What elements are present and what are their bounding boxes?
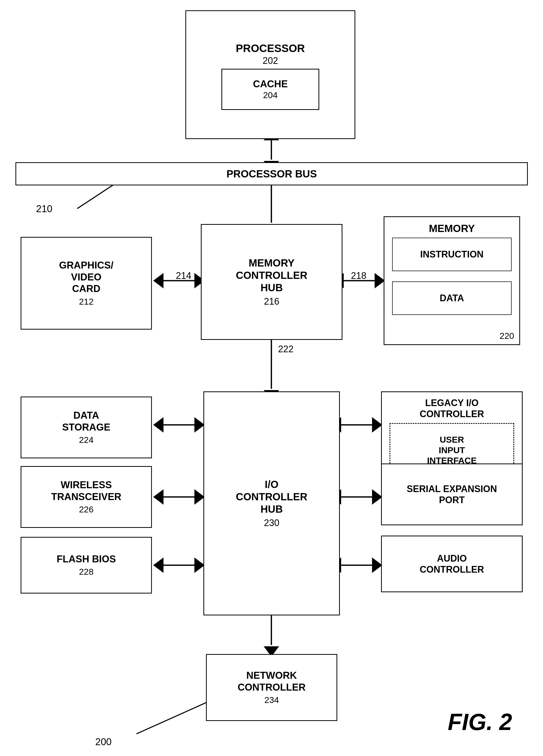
label-218: 218 bbox=[351, 270, 366, 281]
svg-marker-36 bbox=[372, 557, 382, 573]
memory-data-box: DATA bbox=[392, 281, 512, 315]
user-input-label: USERINPUTINTERFACE bbox=[427, 434, 477, 466]
label-222: 222 bbox=[278, 344, 294, 355]
label-200: 200 bbox=[95, 736, 111, 748]
svg-marker-33 bbox=[372, 489, 382, 505]
cache-number: 204 bbox=[263, 90, 278, 100]
mch-number: 216 bbox=[264, 296, 279, 307]
io-hub-label: I/OCONTROLLERHUB bbox=[236, 478, 307, 515]
serial-expansion-label: SERIAL EXPANSIONPORT bbox=[407, 483, 497, 505]
svg-marker-23 bbox=[153, 489, 163, 505]
wireless-label: WIRELESSTRANSCEIVER bbox=[51, 479, 121, 503]
svg-marker-24 bbox=[194, 489, 205, 505]
diagram: PROCESSOR 202 CACHE 204 PROCESSOR BUS 21… bbox=[0, 0, 543, 756]
network-controller-box: NETWORKCONTROLLER 234 bbox=[206, 654, 337, 721]
memory-number: 220 bbox=[499, 331, 514, 341]
io-hub-number: 230 bbox=[264, 517, 279, 528]
processor-bus-box: PROCESSOR BUS bbox=[15, 162, 528, 185]
flash-bios-number: 228 bbox=[79, 566, 94, 577]
processor-number: 202 bbox=[263, 55, 278, 66]
cache-label: CACHE bbox=[253, 78, 288, 90]
data-label: DATA bbox=[440, 293, 464, 304]
svg-marker-26 bbox=[153, 557, 163, 573]
audio-controller-label: AUDIOCONTROLLER bbox=[420, 553, 484, 575]
instruction-label: INSTRUCTION bbox=[420, 249, 484, 260]
wireless-transceiver-box: WIRELESSTRANSCEIVER 226 bbox=[21, 466, 152, 528]
flash-bios-label: FLASH BIOS bbox=[57, 553, 116, 565]
io-hub-box: I/OCONTROLLERHUB 230 bbox=[203, 391, 340, 615]
processor-bus-label: PROCESSOR BUS bbox=[226, 168, 317, 180]
svg-marker-30 bbox=[372, 417, 382, 433]
svg-marker-14 bbox=[153, 273, 163, 288]
graphics-number: 212 bbox=[79, 296, 94, 307]
network-controller-number: 234 bbox=[264, 695, 279, 705]
svg-marker-18 bbox=[375, 273, 385, 288]
legacy-io-label: LEGACY I/OCONTROLLER bbox=[420, 397, 484, 419]
svg-marker-27 bbox=[194, 557, 205, 573]
label-210: 210 bbox=[36, 203, 52, 214]
memory-outer-box: MEMORY INSTRUCTION DATA 220 bbox=[384, 216, 520, 345]
memory-instruction-box: INSTRUCTION bbox=[392, 238, 512, 271]
cache-box: CACHE 204 bbox=[221, 69, 319, 110]
memory-label: MEMORY bbox=[429, 222, 475, 235]
fig-label: FIG. 2 bbox=[448, 709, 512, 735]
svg-line-42 bbox=[136, 700, 211, 734]
mch-box: MEMORYCONTROLLERHUB 216 bbox=[201, 224, 342, 340]
wireless-number: 226 bbox=[79, 504, 94, 515]
processor-box: PROCESSOR 202 CACHE 204 bbox=[185, 10, 355, 139]
label-214: 214 bbox=[176, 270, 191, 281]
data-storage-number: 224 bbox=[79, 435, 94, 445]
flash-bios-box: FLASH BIOS 228 bbox=[21, 537, 152, 594]
audio-controller-box: AUDIOCONTROLLER bbox=[381, 536, 523, 592]
data-storage-box: DATASTORAGE 224 bbox=[21, 397, 152, 458]
svg-marker-20 bbox=[153, 417, 163, 433]
serial-expansion-box: SERIAL EXPANSIONPORT bbox=[381, 463, 523, 525]
graphics-video-box: GRAPHICS/VIDEOCARD 212 bbox=[21, 237, 152, 330]
processor-label: PROCESSOR bbox=[236, 42, 305, 55]
graphics-label: GRAPHICS/VIDEOCARD bbox=[59, 260, 113, 295]
network-controller-label: NETWORKCONTROLLER bbox=[238, 670, 306, 693]
svg-marker-21 bbox=[194, 417, 205, 433]
data-storage-label: DATASTORAGE bbox=[62, 410, 110, 433]
mch-label: MEMORYCONTROLLERHUB bbox=[236, 257, 307, 294]
